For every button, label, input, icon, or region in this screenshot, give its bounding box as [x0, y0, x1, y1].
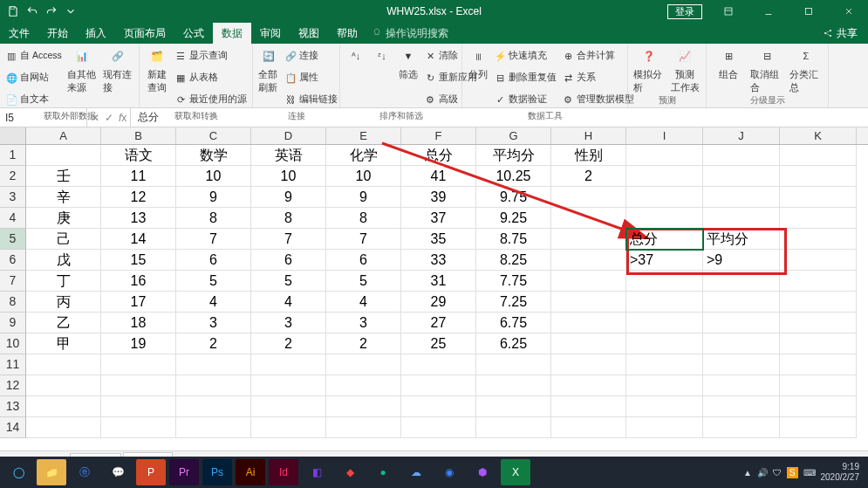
col-header-F[interactable]: F: [401, 127, 476, 144]
cell[interactable]: 数学: [176, 145, 251, 166]
what-if-button[interactable]: ❓模拟分析: [633, 45, 665, 94]
flash-fill-button[interactable]: ⚡快速填充: [494, 45, 557, 66]
minimize-icon[interactable]: [749, 0, 788, 23]
col-header-E[interactable]: E: [326, 127, 401, 144]
from-access-button[interactable]: ▥自 Access: [5, 45, 62, 66]
cell[interactable]: [476, 396, 551, 417]
cell[interactable]: [780, 333, 857, 354]
row-header-3[interactable]: 3: [0, 187, 26, 208]
cell[interactable]: [176, 354, 251, 375]
tab-data[interactable]: 数据: [213, 23, 251, 44]
cell[interactable]: [101, 396, 176, 417]
refresh-all-button[interactable]: 🔄全部刷新: [258, 45, 279, 94]
ungroup-button[interactable]: ⊟取消组合: [750, 45, 783, 94]
cell[interactable]: 6.25: [476, 333, 551, 354]
cell[interactable]: [703, 354, 780, 375]
cell[interactable]: [626, 354, 703, 375]
recent-sources-button[interactable]: ⟳最近使用的源: [174, 89, 247, 110]
cell[interactable]: 8: [326, 208, 401, 229]
cell[interactable]: [780, 145, 857, 166]
cell[interactable]: 13: [101, 208, 176, 229]
login-button[interactable]: 登录: [667, 4, 702, 19]
tab-help[interactable]: 帮助: [328, 23, 366, 44]
relationships-button[interactable]: ⇄关系: [562, 67, 634, 88]
cell[interactable]: [401, 396, 476, 417]
cell[interactable]: 8: [176, 208, 251, 229]
cell[interactable]: 辛: [26, 187, 101, 208]
cell[interactable]: 8.75: [476, 229, 551, 250]
taskbar-app6-icon[interactable]: ⬢: [468, 459, 497, 485]
new-query-button[interactable]: 🗂️新建 查询: [145, 45, 169, 94]
cell[interactable]: [626, 166, 703, 187]
taskbar-app1-icon[interactable]: ◧: [302, 459, 331, 485]
taskbar-start-icon[interactable]: ◯: [3, 459, 33, 485]
cell[interactable]: 4: [326, 292, 401, 313]
cell[interactable]: [401, 417, 476, 438]
row-header-13[interactable]: 13: [0, 396, 26, 417]
cell[interactable]: 9: [251, 187, 326, 208]
group-button[interactable]: ⊞组合: [712, 45, 745, 81]
system-tray[interactable]: ▲ 🔊 🛡 S ⌨ 9:19 2020/2/27: [743, 462, 865, 483]
from-web-button[interactable]: 🌐自网站: [5, 67, 62, 88]
cell[interactable]: 17: [101, 292, 176, 313]
cell[interactable]: [26, 375, 101, 396]
from-text-button[interactable]: 📄自文本: [5, 89, 62, 110]
worksheet-grid[interactable]: A B C D E F G H I J K 1语文数学英语化学总分平均分性别2壬…: [0, 127, 868, 450]
cell[interactable]: [780, 396, 857, 417]
ribbon-options-icon[interactable]: [709, 0, 748, 23]
taskbar-edge-icon[interactable]: ⓔ: [70, 459, 99, 485]
select-all-corner[interactable]: [0, 127, 26, 144]
cell[interactable]: [703, 145, 780, 166]
cell[interactable]: [551, 354, 626, 375]
cell[interactable]: 5: [326, 271, 401, 292]
cell[interactable]: 4: [251, 292, 326, 313]
tab-view[interactable]: 视图: [290, 23, 328, 44]
taskbar-app2-icon[interactable]: ◆: [335, 459, 365, 485]
filter-button[interactable]: ▼筛选: [398, 45, 419, 81]
cell[interactable]: [251, 396, 326, 417]
tab-review[interactable]: 审阅: [251, 23, 290, 44]
cell[interactable]: 语文: [101, 145, 176, 166]
cell[interactable]: 6: [251, 250, 326, 271]
cell[interactable]: [551, 208, 626, 229]
taskbar-app3-icon[interactable]: ●: [368, 459, 398, 485]
taskbar-indesign-icon[interactable]: Id: [269, 459, 298, 485]
cell[interactable]: [626, 208, 703, 229]
customize-qat-icon[interactable]: [65, 5, 77, 17]
cell[interactable]: [251, 354, 326, 375]
cell[interactable]: [703, 313, 780, 333]
cell[interactable]: 己: [26, 229, 101, 250]
tray-icon[interactable]: 🛡: [773, 468, 782, 478]
cell[interactable]: [780, 354, 857, 375]
col-header-A[interactable]: A: [26, 127, 101, 144]
cell[interactable]: 9.25: [476, 208, 551, 229]
sort-asc-button[interactable]: ᴬ↓: [345, 45, 366, 66]
cell[interactable]: [703, 396, 780, 417]
row-header-5[interactable]: 5: [0, 229, 26, 250]
maximize-icon[interactable]: [789, 0, 828, 23]
cell[interactable]: 甲: [26, 333, 101, 354]
tell-me[interactable]: 操作说明搜索: [372, 23, 448, 44]
formula-input[interactable]: 总分: [131, 108, 868, 127]
cell[interactable]: [780, 417, 857, 438]
cell[interactable]: 4: [176, 292, 251, 313]
cell[interactable]: [703, 166, 780, 187]
cell[interactable]: 7.25: [476, 292, 551, 313]
cell[interactable]: [101, 375, 176, 396]
col-header-I[interactable]: I: [626, 127, 703, 144]
cell[interactable]: 3: [176, 313, 251, 333]
name-box[interactable]: I5: [0, 108, 87, 127]
cell[interactable]: 英语: [251, 145, 326, 166]
cell[interactable]: [326, 375, 401, 396]
cell[interactable]: [101, 417, 176, 438]
cell[interactable]: 9: [176, 187, 251, 208]
row-header-1[interactable]: 1: [0, 145, 26, 166]
cell[interactable]: 总分: [401, 145, 476, 166]
cell[interactable]: [703, 187, 780, 208]
cell[interactable]: [176, 396, 251, 417]
cell[interactable]: 乙: [26, 313, 101, 333]
cell[interactable]: 7.75: [476, 271, 551, 292]
cell[interactable]: [326, 396, 401, 417]
col-header-B[interactable]: B: [101, 127, 176, 144]
undo-icon[interactable]: [26, 5, 38, 17]
